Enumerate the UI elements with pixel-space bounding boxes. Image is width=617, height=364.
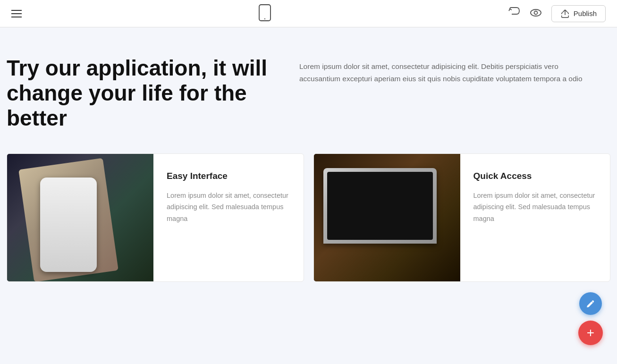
hero-section: Try our application, it will change your… bbox=[7, 56, 610, 131]
topbar-center bbox=[258, 4, 271, 24]
add-fab-button[interactable]: + bbox=[578, 321, 603, 345]
svg-point-2 bbox=[531, 9, 541, 16]
publish-button[interactable]: Publish bbox=[551, 5, 606, 22]
publish-label: Publish bbox=[574, 9, 597, 17]
feature-card-easy-interface: Easy Interface Lorem ipsum dolor sit ame… bbox=[7, 153, 304, 282]
menu-button[interactable] bbox=[11, 10, 22, 17]
card-title-easy-interface: Easy Interface bbox=[167, 171, 290, 181]
undo-button[interactable] bbox=[508, 7, 520, 20]
card-description-quick-access: Lorem ipsum dolor sit amet, consectetur … bbox=[473, 190, 597, 225]
preview-button[interactable] bbox=[530, 8, 542, 19]
hero-description: Lorem ipsum dolor sit amet, consectetur … bbox=[299, 56, 592, 85]
laptop-image bbox=[314, 154, 460, 281]
edit-fab-button[interactable] bbox=[579, 292, 602, 315]
mobile-view-icon[interactable] bbox=[258, 4, 271, 24]
topbar: Publish bbox=[0, 0, 617, 27]
topbar-left bbox=[11, 10, 22, 17]
topbar-right: Publish bbox=[508, 5, 606, 22]
fab-container: + bbox=[578, 292, 603, 345]
svg-rect-0 bbox=[259, 5, 270, 21]
card-image-laptop bbox=[314, 154, 460, 281]
svg-point-3 bbox=[534, 11, 537, 14]
main-content: Try our application, it will change your… bbox=[0, 27, 617, 282]
hero-title: Try our application, it will change your… bbox=[7, 56, 271, 131]
phone-image bbox=[7, 154, 153, 281]
card-image-phone bbox=[7, 154, 153, 281]
feature-cards: Easy Interface Lorem ipsum dolor sit ame… bbox=[7, 153, 610, 282]
feature-card-quick-access: Quick Access Lorem ipsum dolor sit amet,… bbox=[313, 153, 611, 282]
card-content-quick-access: Quick Access Lorem ipsum dolor sit amet,… bbox=[460, 154, 610, 281]
card-description-easy-interface: Lorem ipsum dolor sit amet, consectetur … bbox=[167, 190, 290, 225]
card-title-quick-access: Quick Access bbox=[473, 171, 597, 181]
card-content-easy-interface: Easy Interface Lorem ipsum dolor sit ame… bbox=[153, 154, 304, 281]
